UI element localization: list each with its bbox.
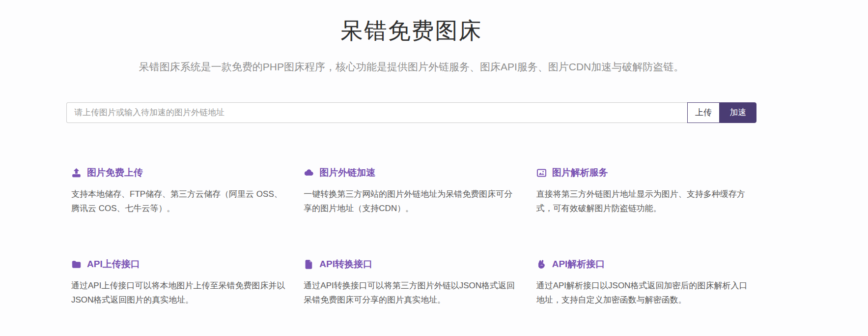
feature-card-image-parse: 图片解析服务 直接将第三方外链图片地址显示为图片、支持多种缓存方式，可有效破解图… [536,166,752,215]
feature-card-api-upload: API上传接口 通过API上传接口可以将本地图片上传至呆错免费图床并以JSON格… [71,258,286,307]
feature-card-link-accelerate: 图片外链加速 一键转换第三方网站的图片外链地址为呆错免费图床可分享的图片地址（支… [304,166,519,215]
search-bar: 上传 加速 [66,102,756,123]
image-url-input[interactable] [66,102,687,123]
feature-description: 支持本地储存、FTP储存、第三方云储存（阿里云 OSS、腾讯云 COS、七牛云等… [71,187,286,215]
feature-description: 通过API上传接口可以将本地图片上传至呆错免费图床并以JSON格式返回图片的真实… [71,278,286,307]
feature-grid: 图片免费上传 支持本地储存、FTP储存、第三方云储存（阿里云 OSS、腾讯云 C… [66,166,756,307]
folder-icon [71,259,82,270]
feature-title-text: API上传接口 [87,258,140,271]
feature-card-free-upload: 图片免费上传 支持本地储存、FTP储存、第三方云储存（阿里云 OSS、腾讯云 C… [71,166,286,215]
feature-title-text: 图片解析服务 [552,166,608,179]
main-content: 呆错免费图床 呆错图床系统是一款免费的PHP图床程序，核心功能是提供图片外链服务… [66,16,756,307]
feature-description: 直接将第三方外链图片地址显示为图片、支持多种缓存方式，可有效破解图片防盗链功能。 [536,187,752,215]
image-icon [536,168,547,178]
cloud-icon [304,168,314,178]
upload-icon [71,168,82,178]
feature-card-api-convert: API转换接口 通过API转换接口可以将第三方图片外链以JSON格式返回呆错免费… [304,258,519,307]
page-title: 呆错免费图床 [66,16,756,46]
feature-title-text: API转换接口 [319,258,372,271]
file-icon [304,259,314,270]
feature-description: 通过API转换接口可以将第三方图片外链以JSON格式返回呆错免费图床可分享的图片… [304,278,519,307]
upload-button[interactable]: 上传 [687,102,720,123]
feature-title-text: 图片外链加速 [319,166,375,179]
feature-title-text: API解析接口 [552,258,605,271]
accelerate-button[interactable]: 加速 [720,102,756,123]
feature-card-api-parse: API解析接口 通过API解析接口以JSON格式返回加密后的图床解析入口地址，支… [536,258,752,307]
feature-description: 一键转换第三方网站的图片外链地址为呆错免费图床可分享的图片地址（支持CDN）。 [304,187,519,215]
feature-title-text: 图片免费上传 [87,166,143,179]
hand-peace-icon [536,259,547,270]
page-subtitle: 呆错图床系统是一款免费的PHP图床程序，核心功能是提供图片外链服务、图床API服… [66,60,756,74]
feature-description: 通过API解析接口以JSON格式返回加密后的图床解析入口地址，支持自定义加密函数… [536,278,752,307]
